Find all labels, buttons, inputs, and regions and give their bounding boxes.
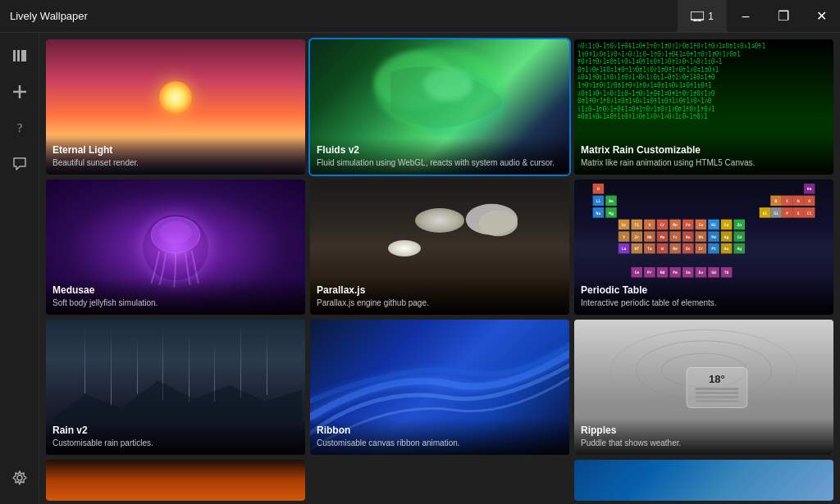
sidebar-item-help[interactable]: ? bbox=[3, 111, 36, 144]
parallax-object-svg bbox=[453, 200, 531, 252]
titlebar: Lively Wallpaper 1 – ❐ ✕ bbox=[0, 0, 840, 33]
card-label: Fluids v2 Fluid simulation using WebGL, … bbox=[310, 138, 569, 175]
svg-text:Ti: Ti bbox=[634, 223, 639, 227]
wallpaper-grid: Eternal Light Beautiful sunset render. bbox=[46, 39, 833, 455]
parallax-decoration-2 bbox=[388, 240, 421, 257]
svg-rect-0 bbox=[691, 11, 704, 20]
svg-point-16 bbox=[159, 221, 192, 244]
sidebar-item-add[interactable] bbox=[3, 75, 36, 108]
svg-text:Sm: Sm bbox=[686, 270, 691, 275]
svg-text:W: W bbox=[661, 247, 664, 251]
svg-point-10 bbox=[17, 475, 22, 480]
svg-text:Mo: Mo bbox=[660, 235, 665, 239]
weather-line-1 bbox=[695, 388, 738, 390]
restore-button[interactable]: ❐ bbox=[765, 0, 802, 32]
sidebar-item-feedback[interactable] bbox=[3, 148, 36, 180]
card-title: Periodic Table bbox=[581, 284, 827, 296]
svg-text:Ru: Ru bbox=[686, 235, 691, 239]
svg-text:Mn: Mn bbox=[673, 223, 678, 227]
svg-text:Pr: Pr bbox=[647, 270, 652, 275]
svg-text:Hf: Hf bbox=[634, 247, 639, 251]
close-button[interactable]: ✕ bbox=[802, 0, 840, 32]
card-title: Fluids v2 bbox=[317, 144, 563, 156]
wallpaper-card-ribbon[interactable]: Ribbon Customisable canvas ribbon animat… bbox=[310, 320, 569, 455]
periodic-table-decoration: H He Li Be B C N O Na Mg Al Si bbox=[578, 184, 829, 286]
mountain-silhouette bbox=[46, 367, 305, 421]
svg-text:Ta: Ta bbox=[647, 247, 652, 251]
svg-text:Ni: Ni bbox=[711, 223, 716, 227]
svg-point-14 bbox=[423, 68, 472, 101]
svg-text:Mg: Mg bbox=[609, 211, 614, 216]
empty-cell bbox=[310, 460, 569, 501]
partial-row bbox=[46, 460, 833, 501]
svg-text:Zn: Zn bbox=[737, 223, 742, 227]
wallpaper-card-partial-right[interactable] bbox=[574, 460, 833, 501]
weather-line-3 bbox=[695, 396, 738, 398]
svg-text:V: V bbox=[648, 223, 651, 227]
card-title: Matrix Rain Customizable bbox=[581, 144, 827, 156]
svg-text:Tc: Tc bbox=[673, 235, 678, 239]
window-controls: 1 – ❐ ✕ bbox=[678, 0, 840, 32]
wallpaper-card-parallax[interactable]: Parallax.js Parallax.js engine github pa… bbox=[310, 179, 569, 315]
svg-text:Ag: Ag bbox=[724, 235, 729, 239]
card-title: Rain v2 bbox=[52, 425, 299, 436]
svg-text:Tb: Tb bbox=[724, 270, 729, 275]
svg-text:Os: Os bbox=[686, 247, 691, 251]
add-icon bbox=[11, 84, 28, 100]
card-label: Ribbon Customisable canvas ribbon animat… bbox=[310, 418, 569, 455]
svg-rect-5 bbox=[17, 50, 20, 61]
svg-text:Cr: Cr bbox=[660, 223, 665, 227]
svg-text:Cd: Cd bbox=[737, 235, 742, 239]
svg-text:Si: Si bbox=[774, 211, 778, 216]
svg-text:Y: Y bbox=[623, 235, 625, 239]
card-label: Medusae Soft body jellyfish simulation. bbox=[46, 278, 305, 315]
card-description: Fluid simulation using WebGL, reacts wit… bbox=[317, 157, 563, 168]
sidebar: ? bbox=[0, 33, 39, 504]
svg-text:La: La bbox=[622, 247, 627, 251]
svg-text:Al: Al bbox=[763, 211, 768, 216]
monitor-button[interactable]: 1 bbox=[678, 0, 727, 32]
card-label: Parallax.js Parallax.js engine github pa… bbox=[310, 278, 569, 315]
card-description: Interactive periodic table of elements. bbox=[581, 297, 827, 308]
wallpaper-card-matrix-rain[interactable]: ﾊ0ﾐ1ﾋ0ｰ1ｳ0ｼ1ﾅ0ﾓ1ﾆ0ｻ1ﾜ0ﾂ1ｵ0ﾘ1ｱ0ﾎ1ﾃ0ﾏ1ｹ0ﾒ1… bbox=[574, 39, 833, 175]
wallpaper-card-medusae[interactable]: Medusae Soft body jellyfish simulation. bbox=[46, 179, 305, 315]
wallpaper-gallery[interactable]: Eternal Light Beautiful sunset render. bbox=[39, 33, 840, 504]
weather-widget: 18° bbox=[686, 367, 747, 408]
card-title: Ribbon bbox=[317, 425, 563, 436]
svg-text:Re: Re bbox=[673, 247, 678, 251]
svg-text:Zr: Zr bbox=[634, 235, 639, 239]
svg-text:S: S bbox=[797, 211, 800, 216]
svg-point-18 bbox=[478, 210, 517, 236]
svg-text:Co: Co bbox=[699, 223, 704, 227]
main-layout: ? Eternal Light Beautiful sunset render. bbox=[0, 33, 840, 504]
wallpaper-card-fluids-v2[interactable]: Fluids v2 Fluid simulation using WebGL, … bbox=[310, 39, 569, 175]
svg-text:P: P bbox=[786, 211, 788, 216]
monitor-icon bbox=[691, 11, 704, 21]
sidebar-item-library[interactable] bbox=[3, 39, 36, 72]
weather-temp: 18° bbox=[695, 373, 738, 385]
card-label: Rain v2 Customisable rain particles. bbox=[46, 418, 305, 455]
library-icon bbox=[11, 48, 28, 64]
card-label: Ripples Puddle that shows weather. bbox=[574, 418, 833, 455]
wallpaper-card-eternal-light[interactable]: Eternal Light Beautiful sunset render. bbox=[46, 39, 305, 175]
svg-rect-6 bbox=[21, 50, 26, 61]
svg-text:Li: Li bbox=[596, 199, 601, 203]
card-title: Parallax.js bbox=[317, 284, 563, 296]
card-description: Customisable canvas ribbon animation. bbox=[317, 438, 563, 448]
card-label: Matrix Rain Customizable Matrix like rai… bbox=[574, 138, 833, 175]
svg-text:Gd: Gd bbox=[711, 270, 716, 275]
card-title: Eternal Light bbox=[52, 144, 299, 156]
jellyfish-svg bbox=[111, 207, 240, 288]
wallpaper-card-ripples[interactable]: 18° Ripples Puddle that shows weather. bbox=[574, 320, 833, 455]
wallpaper-card-rain-v2[interactable]: Rain v2 Customisable rain particles. bbox=[46, 320, 305, 455]
svg-text:Sc: Sc bbox=[622, 223, 627, 227]
card-description: Parallax.js engine github page. bbox=[317, 297, 563, 308]
svg-text:H: H bbox=[597, 187, 600, 191]
wallpaper-card-periodic-table[interactable]: H He Li Be B C N O Na Mg Al Si bbox=[574, 179, 833, 315]
svg-text:Pt: Pt bbox=[711, 247, 716, 251]
card-label: Eternal Light Beautiful sunset render. bbox=[46, 138, 305, 175]
sidebar-item-settings[interactable] bbox=[3, 461, 36, 494]
minimize-button[interactable]: – bbox=[727, 0, 765, 32]
svg-text:O: O bbox=[808, 199, 810, 203]
wallpaper-card-partial-left[interactable] bbox=[46, 460, 305, 501]
